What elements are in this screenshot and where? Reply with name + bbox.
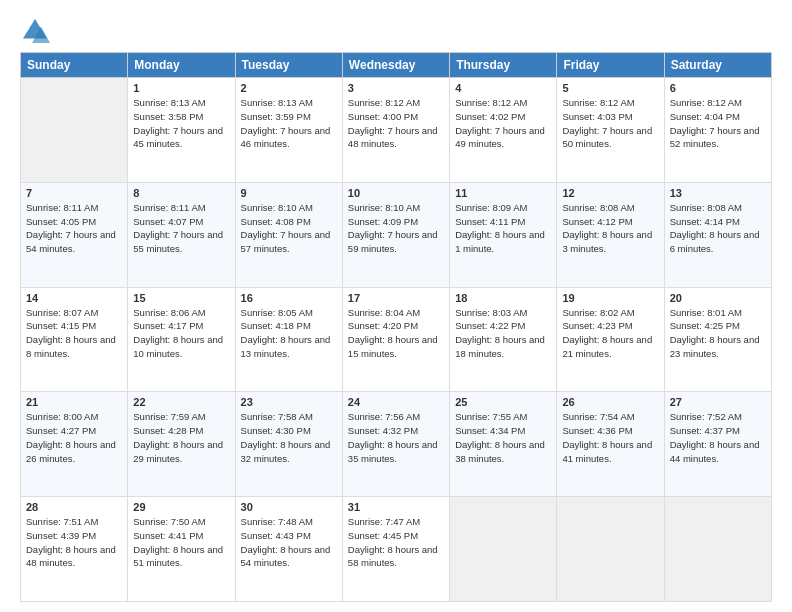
calendar-cell: 2 Sunrise: 8:13 AM Sunset: 3:59 PM Dayli… [235,78,342,183]
daylight-label: Daylight: 8 hours and 1 minute. [455,229,545,254]
calendar-cell [557,497,664,602]
day-info: Sunrise: 8:12 AM Sunset: 4:00 PM Dayligh… [348,96,444,151]
day-number: 22 [133,396,229,408]
day-number: 7 [26,187,122,199]
daylight-label: Daylight: 7 hours and 49 minutes. [455,125,545,150]
day-number: 31 [348,501,444,513]
sunrise-label: Sunrise: 7:55 AM [455,411,527,422]
sunrise-label: Sunrise: 8:04 AM [348,307,420,318]
sunrise-label: Sunrise: 8:00 AM [26,411,98,422]
logo-icon [20,16,50,46]
daylight-label: Daylight: 7 hours and 46 minutes. [241,125,331,150]
daylight-label: Daylight: 7 hours and 54 minutes. [26,229,116,254]
day-number: 11 [455,187,551,199]
calendar-cell: 20 Sunrise: 8:01 AM Sunset: 4:25 PM Dayl… [664,287,771,392]
calendar-cell: 15 Sunrise: 8:06 AM Sunset: 4:17 PM Dayl… [128,287,235,392]
daylight-label: Daylight: 8 hours and 32 minutes. [241,439,331,464]
sunrise-label: Sunrise: 8:08 AM [562,202,634,213]
day-info: Sunrise: 7:58 AM Sunset: 4:30 PM Dayligh… [241,410,337,465]
daylight-label: Daylight: 7 hours and 48 minutes. [348,125,438,150]
day-number: 2 [241,82,337,94]
sunset-label: Sunset: 4:23 PM [562,320,632,331]
daylight-label: Daylight: 8 hours and 21 minutes. [562,334,652,359]
sunrise-label: Sunrise: 8:12 AM [670,97,742,108]
sunrise-label: Sunrise: 8:12 AM [348,97,420,108]
daylight-label: Daylight: 8 hours and 38 minutes. [455,439,545,464]
calendar-cell [664,497,771,602]
calendar-cell: 24 Sunrise: 7:56 AM Sunset: 4:32 PM Dayl… [342,392,449,497]
day-info: Sunrise: 8:12 AM Sunset: 4:02 PM Dayligh… [455,96,551,151]
day-number: 3 [348,82,444,94]
sunset-label: Sunset: 4:00 PM [348,111,418,122]
daylight-label: Daylight: 8 hours and 6 minutes. [670,229,760,254]
week-row-1: 1 Sunrise: 8:13 AM Sunset: 3:58 PM Dayli… [21,78,772,183]
daylight-label: Daylight: 8 hours and 15 minutes. [348,334,438,359]
weekday-header-sunday: Sunday [21,53,128,78]
calendar-cell [450,497,557,602]
weekday-header-tuesday: Tuesday [235,53,342,78]
calendar-table: SundayMondayTuesdayWednesdayThursdayFrid… [20,52,772,602]
calendar-cell: 25 Sunrise: 7:55 AM Sunset: 4:34 PM Dayl… [450,392,557,497]
sunset-label: Sunset: 4:03 PM [562,111,632,122]
day-number: 27 [670,396,766,408]
calendar-cell: 23 Sunrise: 7:58 AM Sunset: 4:30 PM Dayl… [235,392,342,497]
sunset-label: Sunset: 4:15 PM [26,320,96,331]
day-info: Sunrise: 7:51 AM Sunset: 4:39 PM Dayligh… [26,515,122,570]
day-info: Sunrise: 8:11 AM Sunset: 4:07 PM Dayligh… [133,201,229,256]
day-number: 30 [241,501,337,513]
sunset-label: Sunset: 4:34 PM [455,425,525,436]
sunrise-label: Sunrise: 8:10 AM [348,202,420,213]
day-info: Sunrise: 8:12 AM Sunset: 4:04 PM Dayligh… [670,96,766,151]
sunrise-label: Sunrise: 7:54 AM [562,411,634,422]
calendar-cell: 1 Sunrise: 8:13 AM Sunset: 3:58 PM Dayli… [128,78,235,183]
week-row-2: 7 Sunrise: 8:11 AM Sunset: 4:05 PM Dayli… [21,182,772,287]
sunset-label: Sunset: 3:58 PM [133,111,203,122]
sunset-label: Sunset: 4:08 PM [241,216,311,227]
day-info: Sunrise: 8:10 AM Sunset: 4:09 PM Dayligh… [348,201,444,256]
day-number: 23 [241,396,337,408]
day-info: Sunrise: 8:00 AM Sunset: 4:27 PM Dayligh… [26,410,122,465]
sunrise-label: Sunrise: 7:58 AM [241,411,313,422]
calendar-cell: 9 Sunrise: 8:10 AM Sunset: 4:08 PM Dayli… [235,182,342,287]
sunset-label: Sunset: 4:43 PM [241,530,311,541]
day-number: 19 [562,292,658,304]
daylight-label: Daylight: 8 hours and 44 minutes. [670,439,760,464]
day-number: 18 [455,292,551,304]
daylight-label: Daylight: 7 hours and 55 minutes. [133,229,223,254]
day-number: 15 [133,292,229,304]
sunset-label: Sunset: 4:17 PM [133,320,203,331]
daylight-label: Daylight: 8 hours and 8 minutes. [26,334,116,359]
day-info: Sunrise: 7:54 AM Sunset: 4:36 PM Dayligh… [562,410,658,465]
weekday-header-friday: Friday [557,53,664,78]
calendar-cell: 17 Sunrise: 8:04 AM Sunset: 4:20 PM Dayl… [342,287,449,392]
sunrise-label: Sunrise: 8:01 AM [670,307,742,318]
sunset-label: Sunset: 4:07 PM [133,216,203,227]
sunrise-label: Sunrise: 7:56 AM [348,411,420,422]
daylight-label: Daylight: 8 hours and 13 minutes. [241,334,331,359]
day-number: 6 [670,82,766,94]
calendar-cell [21,78,128,183]
sunrise-label: Sunrise: 8:12 AM [562,97,634,108]
daylight-label: Daylight: 8 hours and 54 minutes. [241,544,331,569]
day-number: 17 [348,292,444,304]
sunrise-label: Sunrise: 8:03 AM [455,307,527,318]
sunrise-label: Sunrise: 8:07 AM [26,307,98,318]
calendar-cell: 10 Sunrise: 8:10 AM Sunset: 4:09 PM Dayl… [342,182,449,287]
sunrise-label: Sunrise: 7:50 AM [133,516,205,527]
sunrise-label: Sunrise: 8:11 AM [26,202,98,213]
calendar-cell: 27 Sunrise: 7:52 AM Sunset: 4:37 PM Dayl… [664,392,771,497]
sunset-label: Sunset: 4:22 PM [455,320,525,331]
day-number: 29 [133,501,229,513]
day-number: 5 [562,82,658,94]
sunset-label: Sunset: 4:30 PM [241,425,311,436]
daylight-label: Daylight: 8 hours and 10 minutes. [133,334,223,359]
day-number: 13 [670,187,766,199]
calendar-cell: 22 Sunrise: 7:59 AM Sunset: 4:28 PM Dayl… [128,392,235,497]
daylight-label: Daylight: 8 hours and 58 minutes. [348,544,438,569]
calendar-cell: 4 Sunrise: 8:12 AM Sunset: 4:02 PM Dayli… [450,78,557,183]
weekday-header-row: SundayMondayTuesdayWednesdayThursdayFrid… [21,53,772,78]
sunset-label: Sunset: 4:41 PM [133,530,203,541]
sunrise-label: Sunrise: 8:02 AM [562,307,634,318]
daylight-label: Daylight: 8 hours and 18 minutes. [455,334,545,359]
daylight-label: Daylight: 8 hours and 29 minutes. [133,439,223,464]
